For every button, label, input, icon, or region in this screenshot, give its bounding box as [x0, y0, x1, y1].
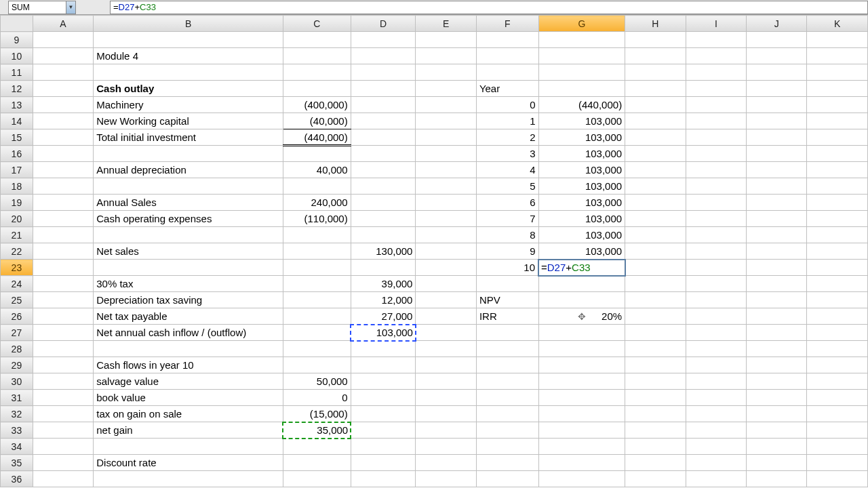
cell-B26[interactable]: Net tax payable — [94, 308, 283, 325]
row-header-9[interactable]: 9 — [1, 32, 33, 48]
column-header-K[interactable]: K — [807, 16, 868, 32]
cell-I21[interactable] — [686, 227, 746, 243]
cell-K13[interactable] — [807, 97, 868, 113]
cell-H12[interactable] — [625, 81, 686, 97]
cell-C13[interactable]: (400,000) — [283, 97, 351, 113]
cell-F21[interactable]: 8 — [476, 227, 538, 243]
row-header-12[interactable]: 12 — [1, 81, 33, 97]
select-all-corner[interactable] — [1, 16, 33, 32]
cell-D34[interactable] — [351, 439, 416, 455]
cell-D28[interactable] — [351, 341, 416, 357]
cell-D26[interactable]: 27,000 — [351, 308, 416, 325]
cell-D18[interactable] — [351, 178, 416, 195]
cell-I34[interactable] — [686, 439, 746, 455]
row-header-14[interactable]: 14 — [1, 113, 33, 129]
cell-A28[interactable] — [33, 341, 93, 357]
cell-F25[interactable]: NPV — [476, 292, 538, 308]
cell-I26[interactable] — [686, 308, 746, 325]
cell-F24[interactable] — [476, 276, 538, 292]
row-header-34[interactable]: 34 — [1, 439, 33, 455]
cell-A16[interactable] — [33, 146, 93, 162]
cell-I30[interactable] — [686, 373, 746, 390]
cell-J11[interactable] — [747, 64, 807, 81]
cell-B16[interactable] — [94, 146, 283, 162]
cell-J14[interactable] — [747, 113, 807, 129]
cell-K30[interactable] — [807, 373, 868, 390]
cell-C27[interactable] — [283, 325, 351, 341]
cell-F29[interactable] — [476, 357, 538, 373]
row-header-18[interactable]: 18 — [1, 178, 33, 195]
cell-C18[interactable] — [283, 178, 351, 195]
cell-B35[interactable]: Discount rate — [94, 455, 283, 471]
cell-E10[interactable] — [416, 48, 476, 64]
cell-F36[interactable] — [476, 471, 538, 487]
formula-input[interactable]: =D27+C33 — [110, 1, 868, 14]
cell-B19[interactable]: Annual Sales — [94, 195, 283, 211]
cell-C33[interactable]: 35,000 — [283, 422, 351, 439]
column-header-C[interactable]: C — [283, 16, 351, 32]
cell-B17[interactable]: Annual depreciation — [94, 162, 283, 178]
cell-D35[interactable] — [351, 455, 416, 471]
dropdown-icon[interactable]: ▼ — [66, 1, 75, 14]
cell-A34[interactable] — [33, 439, 93, 455]
cell-A9[interactable] — [33, 32, 93, 48]
cell-G36[interactable] — [538, 471, 625, 487]
cell-K9[interactable] — [807, 32, 868, 48]
cell-I32[interactable] — [686, 406, 746, 422]
cell-K11[interactable] — [807, 64, 868, 81]
cell-E15[interactable] — [416, 129, 476, 146]
cell-K26[interactable] — [807, 308, 868, 325]
cell-E17[interactable] — [416, 162, 476, 178]
cell-G9[interactable] — [538, 32, 625, 48]
row-header-29[interactable]: 29 — [1, 357, 33, 373]
cell-J30[interactable] — [747, 373, 807, 390]
cell-C17[interactable]: 40,000 — [283, 162, 351, 178]
cell-J31[interactable] — [747, 390, 807, 406]
cell-E33[interactable] — [416, 422, 476, 439]
row-header-36[interactable]: 36 — [1, 471, 33, 487]
column-header-A[interactable]: A — [33, 16, 93, 32]
cell-F22[interactable]: 9 — [476, 243, 538, 260]
cell-H21[interactable] — [625, 227, 686, 243]
cell-G29[interactable] — [538, 357, 625, 373]
cell-B12[interactable]: Cash outlay — [94, 81, 283, 97]
cell-H26[interactable] — [625, 308, 686, 325]
cell-K31[interactable] — [807, 390, 868, 406]
row-header-24[interactable]: 24 — [1, 276, 33, 292]
cell-D21[interactable] — [351, 227, 416, 243]
cell-J15[interactable] — [747, 129, 807, 146]
cell-H16[interactable] — [625, 146, 686, 162]
cell-A31[interactable] — [33, 390, 93, 406]
cell-G11[interactable] — [538, 64, 625, 81]
row-header-21[interactable]: 21 — [1, 227, 33, 243]
cell-G12[interactable] — [538, 81, 625, 97]
cell-D32[interactable] — [351, 406, 416, 422]
cell-I31[interactable] — [686, 390, 746, 406]
cell-J32[interactable] — [747, 406, 807, 422]
cell-I28[interactable] — [686, 341, 746, 357]
cell-E22[interactable] — [416, 243, 476, 260]
name-box[interactable]: SUM ▼ — [8, 1, 76, 14]
cell-B13[interactable]: Machinery — [94, 97, 283, 113]
cell-G14[interactable]: 103,000 — [538, 113, 625, 129]
cell-C35[interactable] — [283, 455, 351, 471]
cell-E19[interactable] — [416, 195, 476, 211]
cell-G25[interactable] — [538, 292, 625, 308]
cell-E23[interactable] — [416, 260, 476, 276]
cell-C11[interactable] — [283, 64, 351, 81]
cell-A27[interactable] — [33, 325, 93, 341]
cell-I22[interactable] — [686, 243, 746, 260]
cell-A26[interactable] — [33, 308, 93, 325]
cell-B25[interactable]: Depreciation tax saving — [94, 292, 283, 308]
cell-A22[interactable] — [33, 243, 93, 260]
cell-F15[interactable]: 2 — [476, 129, 538, 146]
cell-J21[interactable] — [747, 227, 807, 243]
cell-E20[interactable] — [416, 211, 476, 227]
cell-I11[interactable] — [686, 64, 746, 81]
cell-J23[interactable] — [747, 260, 807, 276]
cell-B32[interactable]: tax on gain on sale — [94, 406, 283, 422]
cell-E26[interactable] — [416, 308, 476, 325]
cell-I35[interactable] — [686, 455, 746, 471]
cell-A21[interactable] — [33, 227, 93, 243]
cell-C19[interactable]: 240,000 — [283, 195, 351, 211]
